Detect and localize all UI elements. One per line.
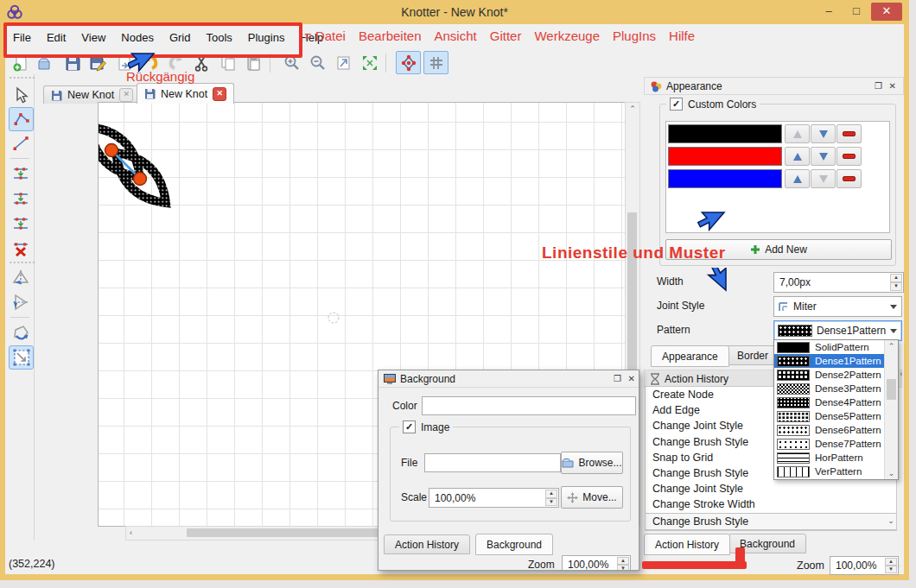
flip-vertical-tool[interactable] [9,291,32,313]
tab-new-knot-1[interactable]: New Knot ✕ [43,85,141,104]
width-spinbox[interactable]: 7,00px ▲▼ [773,272,904,293]
spin-buttons[interactable]: ▲▼ [617,557,629,571]
appearance-panel-header[interactable]: Appearance ❐ ✕ [644,77,904,95]
spin-up-icon[interactable]: ▲ [545,490,557,498]
file-input[interactable] [424,453,561,472]
history-item[interactable]: Change Stroke Width [646,496,896,512]
flip-horizontal-tool[interactable] [9,266,32,288]
zoom-out-button[interactable] [306,52,329,73]
color-remove-button[interactable] [836,147,862,166]
fit-view-button[interactable] [358,52,381,73]
pattern-option[interactable]: Dense2Pattern [774,368,898,382]
pattern-combobox[interactable]: Dense1Pattern [773,320,902,341]
scroll-down-icon[interactable]: ⌄ [885,469,898,477]
spin-up-icon[interactable]: ▲ [885,558,897,566]
spin-buttons[interactable]: ▲▼ [885,558,897,573]
spin-buttons[interactable]: ▲▼ [890,274,902,291]
pattern-option[interactable]: VerPattern [774,465,898,478]
scale-spinbox[interactable]: 100,00% ▲▼ [429,488,559,508]
pattern-option[interactable]: Dense6Pattern [774,423,898,437]
spin-up-icon[interactable]: ▲ [890,274,902,282]
select-tool[interactable] [9,84,32,106]
pattern-option[interactable]: Dense7Pattern [774,437,898,451]
maximize-button[interactable]: □ [843,3,869,21]
toolbar-grip[interactable]: ••••••• [10,259,36,265]
tab-close-icon[interactable]: ✕ [213,87,226,101]
custom-colors-checkbox-row[interactable]: ✓ Custom Colors [666,98,760,111]
scroll-up-icon[interactable]: ⌃ [885,342,898,351]
pattern-option[interactable]: HorPattern [774,451,898,465]
color-remove-button[interactable] [836,169,862,188]
knot-petals[interactable] [99,127,166,203]
zoom-reset-button[interactable] [332,52,355,73]
move-node-mid-tool[interactable] [9,187,32,210]
tab-background-panel[interactable]: Background [475,534,553,555]
color-down-button[interactable] [811,169,836,188]
spin-buttons[interactable]: ▲▼ [545,490,557,506]
color-down-button[interactable] [811,147,836,166]
color-swatch-blue[interactable] [668,169,782,188]
color-down-button[interactable] [811,124,836,143]
pattern-option[interactable]: Dense4Pattern [774,395,898,409]
scroll-up-icon[interactable]: ⌃ [626,104,639,113]
pattern-option[interactable]: Dense3Pattern [774,382,898,395]
edge-tool[interactable] [9,132,32,155]
background-panel[interactable]: Background ❐ ✕ Color ✓ Image File Browse… [378,370,639,571]
close-button[interactable]: ✕ [871,3,902,21]
color-up-button[interactable] [785,124,810,143]
toolbar-grip[interactable]: ••••••• [10,74,36,80]
history-item[interactable]: Change Joint Style [646,481,896,496]
toggle-grid-button[interactable] [423,51,448,74]
tab-action-history-bottom[interactable]: Action History [644,534,730,555]
spin-down-icon[interactable]: ▼ [617,565,629,571]
tab-appearance[interactable]: Appearance [651,345,729,367]
title-bar[interactable]: Knotter - New Knot* – □ ✕ [0,0,909,24]
image-checkbox-row[interactable]: ✓ Image [399,420,453,433]
tab-border[interactable]: Border [726,345,779,365]
tab-close-icon[interactable]: ✕ [119,88,133,102]
browse-button[interactable]: Browse... [561,452,623,474]
background-panel-header[interactable]: Background ❐ ✕ [378,370,639,388]
bg-color-input[interactable] [422,396,636,415]
history-item-selected[interactable]: Change Brush Style [646,513,896,530]
dropdown-scroll-thumb[interactable] [887,379,896,400]
scale-tool[interactable] [9,345,34,370]
spin-down-icon[interactable]: ▼ [885,566,897,573]
spin-down-icon[interactable]: ▼ [545,498,557,507]
toggle-knot-display-button[interactable] [396,51,421,74]
close-panel-icon[interactable]: ✕ [628,374,635,383]
pattern-option[interactable]: SolidPattern [774,340,898,354]
color-swatch-black[interactable] [668,124,782,143]
color-up-button[interactable] [785,169,810,188]
image-checkbox[interactable]: ✓ [403,420,416,433]
tab-action-history-panel[interactable]: Action History [384,534,470,554]
knot-node[interactable] [134,173,147,186]
knot-node[interactable] [105,144,118,157]
resize-grip[interactable]: ∴ [897,563,901,570]
delete-node-tool[interactable] [9,237,32,259]
close-panel-icon[interactable]: ✕ [889,81,896,91]
spin-down-icon[interactable]: ▼ [890,282,902,291]
custom-colors-checkbox[interactable]: ✓ [670,98,683,111]
float-panel-icon[interactable]: ❐ [614,374,621,383]
dropdown-scrollbar[interactable]: ⌃ ⌄ [884,340,898,479]
scroll-left-icon[interactable]: ‹ [130,528,132,537]
bg-zoom-spinbox[interactable]: 100,00% ▲▼ [562,555,631,571]
minimize-button[interactable]: – [816,3,842,21]
zoom-spinbox[interactable]: 100,00% ▲▼ [830,556,899,575]
move-node-down-tool[interactable] [9,212,32,234]
color-up-button[interactable] [785,147,810,166]
joint-style-combobox[interactable]: Miter [773,296,902,317]
dock-scroll-down-icon[interactable]: ⌄ [885,516,897,525]
move-button[interactable]: Move... [561,486,623,509]
color-swatch-red[interactable] [668,147,782,166]
tab-new-knot-2[interactable]: New Knot ✕ [137,83,234,104]
pattern-option[interactable]: Dense5Pattern [774,409,898,423]
pattern-option-selected[interactable]: Dense1Pattern [774,354,898,368]
spin-up-icon[interactable]: ▲ [617,557,629,565]
edit-graph-tool[interactable] [9,107,34,131]
rotate-tool[interactable] [9,322,32,345]
move-node-up-tool[interactable] [9,162,32,185]
float-panel-icon[interactable]: ❐ [875,81,882,91]
color-remove-button[interactable] [836,124,862,143]
